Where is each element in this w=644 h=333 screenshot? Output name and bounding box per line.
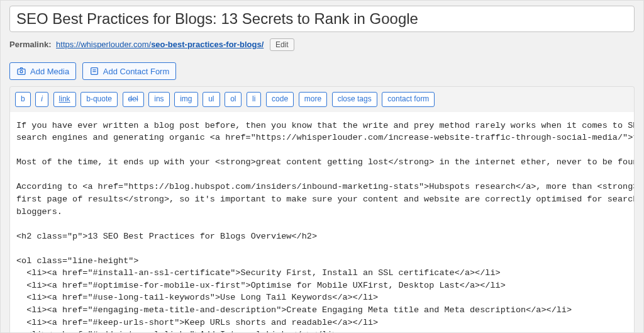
add-contact-form-button[interactable]: Add Contact Form	[82, 62, 177, 80]
quicktags-toolbar: b i link b-quote del ins img ul ol li co…	[9, 86, 635, 112]
qt-code-button[interactable]: code	[266, 92, 294, 107]
svg-rect-0	[18, 69, 25, 75]
qt-img-button[interactable]: img	[174, 92, 197, 107]
qt-italic-button[interactable]: i	[35, 92, 48, 107]
qt-bquote-button[interactable]: b-quote	[80, 92, 118, 107]
post-title-input[interactable]	[9, 6, 635, 32]
qt-close-tags-button[interactable]: close tags	[332, 92, 377, 107]
svg-point-1	[20, 71, 23, 73]
permalink-edit-button[interactable]: Edit	[270, 38, 294, 51]
qt-more-button[interactable]: more	[299, 92, 327, 107]
media-row: Add Media Add Contact Form	[9, 62, 635, 80]
qt-del-button[interactable]: del	[123, 92, 144, 107]
permalink-link[interactable]: https://whisperlouder.com/seo-best-pract…	[56, 40, 264, 49]
qt-li-button[interactable]: li	[247, 92, 261, 107]
add-media-label: Add Media	[30, 67, 69, 76]
qt-contact-form-button[interactable]: contact form	[382, 92, 435, 107]
qt-ul-button[interactable]: ul	[203, 92, 219, 107]
form-icon	[89, 66, 99, 76]
add-media-button[interactable]: Add Media	[9, 62, 76, 80]
permalink-row: Permalink: https://whisperlouder.com/seo…	[9, 38, 635, 51]
content-editor[interactable]: If you have ever written a blog post bef…	[9, 112, 635, 333]
permalink-label: Permalink:	[9, 40, 51, 49]
qt-ins-button[interactable]: ins	[148, 92, 169, 107]
add-contact-form-label: Add Contact Form	[103, 67, 170, 76]
qt-link-button[interactable]: link	[53, 92, 76, 107]
permalink-slug: seo-best-practices-for-blogs/	[151, 40, 264, 49]
permalink-base: https://whisperlouder.com/	[56, 40, 151, 49]
qt-bold-button[interactable]: b	[15, 92, 31, 107]
camera-icon	[16, 66, 26, 76]
qt-ol-button[interactable]: ol	[225, 92, 242, 107]
